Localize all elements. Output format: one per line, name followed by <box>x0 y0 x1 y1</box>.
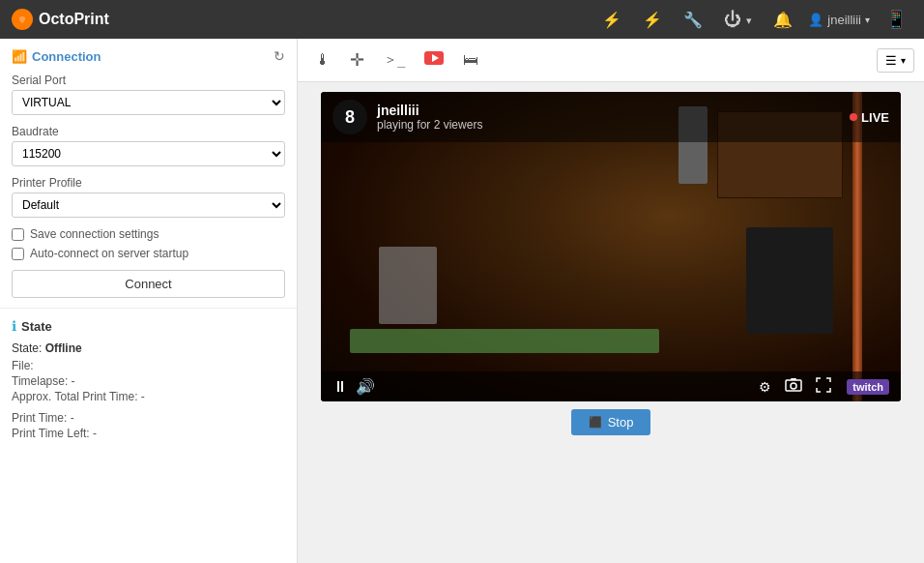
avatar-text: 8 <box>345 107 355 128</box>
brand-name: OctoPrint <box>39 11 109 28</box>
sidebar: 📶 Connection ↻ Serial Port VIRTUAL Baudr… <box>0 39 298 563</box>
content-area: 🌡 ✛ ＞_ 🛏 ☰ ▾ <box>298 39 924 563</box>
twitch-badge: twitch <box>847 379 889 395</box>
user-menu[interactable]: 👤 VIRTUAL jneilliii ▾ <box>808 13 870 27</box>
auto-connect-checkbox[interactable] <box>12 248 24 260</box>
power-status-off-icon[interactable]: ⚡ <box>637 7 668 33</box>
connect-button[interactable]: Connect <box>12 270 285 298</box>
timelapse-label: Timelapse: <box>12 374 68 388</box>
svg-rect-5 <box>791 378 796 380</box>
live-badge: LIVE <box>850 110 889 125</box>
save-connection-label: Save connection settings <box>30 227 159 241</box>
navbar: OctoPrint ⚡ ⚡ 🔧 ⏻ ▾ 🔔 👤 VIRTUAL jneillii… <box>0 0 924 39</box>
user-dropdown-arrow: ▾ <box>865 15 870 25</box>
user-icon: 👤 <box>808 13 823 27</box>
print-time-left-value: - <box>93 427 97 440</box>
video-header: 8 jneilliii playing for 2 viewers LIVE <box>321 92 901 142</box>
serial-port-group: Serial Port VIRTUAL <box>12 74 285 115</box>
video-wrapper: 8 jneilliii playing for 2 viewers LIVE ⏸… <box>298 82 924 563</box>
mute-button[interactable]: 🔊 <box>356 377 375 396</box>
brand-link[interactable]: OctoPrint <box>12 9 109 30</box>
state-section: ℹ State State: Offline File: Timelapse: … <box>0 309 297 452</box>
svg-point-4 <box>791 383 796 389</box>
signal-icon: 📶 <box>12 49 27 64</box>
connection-section: 📶 Connection ↻ Serial Port VIRTUAL Baudr… <box>0 39 297 309</box>
live-text: LIVE <box>861 110 889 125</box>
thermometer-icon[interactable]: 🌡 <box>307 45 338 74</box>
print-time-label: Print Time: <box>12 411 67 425</box>
stop-button[interactable]: ⬛ Stop <box>571 409 651 435</box>
terminal-icon[interactable]: ＞_ <box>376 45 413 74</box>
connection-title-text: Connection <box>32 49 101 64</box>
power-status-on-icon[interactable]: ⚡ <box>596 7 627 33</box>
print-time-row: Print Time: - <box>12 411 285 425</box>
state-value-row: State: Offline <box>12 341 285 355</box>
print-time-left-label: Print Time Left: <box>12 427 90 440</box>
youtube-icon[interactable] <box>417 45 451 74</box>
bell-icon[interactable]: 🔔 <box>767 7 798 33</box>
toolbar: 🌡 ✛ ＞_ 🛏 ☰ ▾ <box>298 39 924 82</box>
equipment <box>746 227 833 334</box>
file-label: File: <box>12 359 34 372</box>
stop-label: Stop <box>608 415 634 430</box>
print-time-value: - <box>71 411 74 425</box>
state-offline: Offline <box>45 341 82 355</box>
fullscreen-icon[interactable] <box>816 377 831 396</box>
menu-dropdown-arrow: ▾ <box>901 55 906 66</box>
video-username: jneilliii <box>377 103 840 118</box>
timelapse-value: - <box>72 374 75 388</box>
timelapse-row: Timelapse: - <box>12 374 285 388</box>
wrench-icon[interactable]: 🔧 <box>678 7 708 33</box>
printer-profile-select[interactable]: Default <box>12 193 285 218</box>
connection-header: 📶 Connection ↻ <box>12 48 285 64</box>
printer-profile-group: Printer Profile Default <box>12 176 285 218</box>
auto-connect-label: Auto-connect on server startup <box>30 247 188 260</box>
refresh-button[interactable]: ↻ <box>274 48 285 64</box>
total-print-time-value: - <box>141 390 145 403</box>
video-user-info: jneilliii playing for 2 viewers <box>377 103 840 132</box>
state-header: ℹ State <box>12 318 285 334</box>
mobile-icon[interactable]: 📱 <box>880 5 912 34</box>
state-title: State <box>21 319 52 334</box>
stop-icon: ⬛ <box>589 416 602 429</box>
menu-icon: ☰ <box>885 53 897 68</box>
printer-profile-label: Printer Profile <box>12 176 285 190</box>
baudrate-group: Baudrate 115200 <box>12 125 285 166</box>
serial-port-select[interactable]: VIRTUAL <box>12 90 285 115</box>
print-times-section: Print Time: - Print Time Left: - <box>12 411 285 440</box>
connection-title: 📶 Connection <box>12 49 101 64</box>
total-print-time-label: Approx. Total Print Time: <box>12 390 138 403</box>
video-viewers: playing for 2 viewers <box>377 118 840 132</box>
file-row: File: <box>12 359 285 372</box>
bed-icon[interactable]: 🛏 <box>455 45 486 74</box>
baudrate-label: Baudrate <box>12 125 285 138</box>
total-print-time-row: Approx. Total Print Time: - <box>12 390 285 403</box>
auto-connect-group: Auto-connect on server startup <box>12 247 285 260</box>
video-container: 8 jneilliii playing for 2 viewers LIVE ⏸… <box>321 92 901 401</box>
power-icon[interactable]: ⏻ ▾ <box>718 6 758 34</box>
print-time-left-row: Print Time Left: - <box>12 427 285 440</box>
video-avatar: 8 <box>332 100 367 134</box>
octo-logo <box>12 9 33 30</box>
save-connection-group: Save connection settings <box>12 227 285 241</box>
pause-button[interactable]: ⏸ <box>332 378 348 396</box>
bottles <box>379 247 437 324</box>
table-surface <box>350 329 659 353</box>
state-label: State: <box>12 341 42 355</box>
video-controls: ⏸ 🔊 ⚙ <box>321 371 901 401</box>
move-icon[interactable]: ✛ <box>342 44 372 76</box>
serial-port-label: Serial Port <box>12 74 285 87</box>
screenshot-icon[interactable] <box>785 377 802 396</box>
info-icon: ℹ <box>12 318 16 334</box>
baudrate-select[interactable]: 115200 <box>12 141 285 166</box>
settings-icon[interactable]: ⚙ <box>759 379 771 395</box>
toolbar-menu-button[interactable]: ☰ ▾ <box>877 48 914 73</box>
save-connection-checkbox[interactable] <box>12 228 24 241</box>
main-layout: 📶 Connection ↻ Serial Port VIRTUAL Baudr… <box>0 39 924 563</box>
username-display: jneilliii <box>827 13 861 27</box>
live-dot <box>850 113 857 121</box>
stop-area: ⬛ Stop <box>571 401 651 443</box>
